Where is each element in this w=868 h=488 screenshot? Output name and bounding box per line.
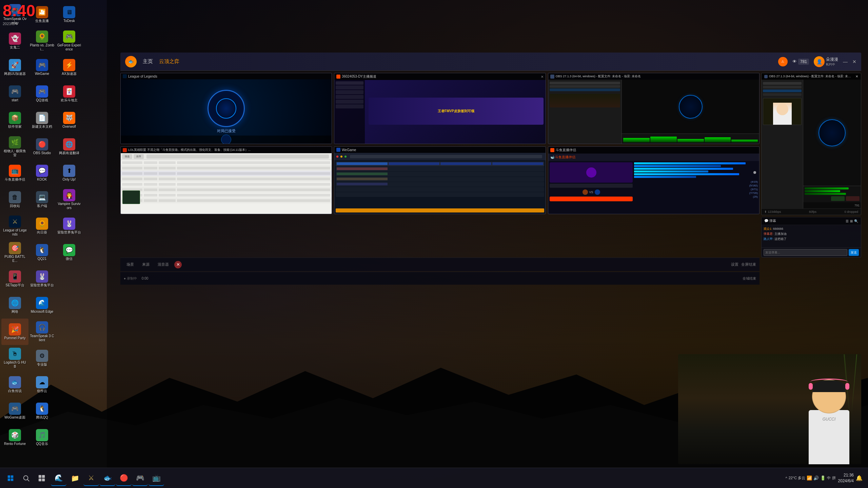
taskview-obs-window[interactable]: OBS 27.1.3 (64-bit, windows) - 配置文件: 未命名…: [548, 73, 760, 144]
obs-close-btn[interactable]: ✕: [855, 75, 858, 78]
notification-button[interactable]: 🔔: [856, 475, 863, 481]
taskbar-edge[interactable]: 🌊: [51, 470, 66, 486]
desktop-icon-software-manager[interactable]: 📦 软件管家: [1, 107, 28, 134]
obs-start-btn[interactable]: [831, 196, 845, 201]
taskbar-wegame[interactable]: 🎮: [132, 470, 148, 486]
chat-list-icon[interactable]: ☰: [846, 219, 849, 223]
desktop-icon-qq[interactable]: 🐧 腾讯QQ: [28, 398, 56, 424]
start-button[interactable]: [3, 470, 18, 486]
stream-ctrl-close[interactable]: ✕: [174, 261, 182, 268]
stream-button[interactable]: [550, 197, 633, 201]
minimize-button[interactable]: —: [843, 59, 848, 64]
close-button[interactable]: ✕: [852, 59, 856, 64]
taskbar-streaming[interactable]: 📺: [149, 470, 164, 486]
stream-ctrl-settings[interactable]: 设置: [731, 262, 738, 267]
stream-ctrl-exit[interactable]: 全屏结束: [741, 262, 756, 267]
desktop-icon-vampire[interactable]: 🧛 Vampire Survivors: [56, 186, 83, 213]
taskbar-search[interactable]: [18, 470, 34, 486]
game-card: [550, 162, 633, 183]
desktop-icon-lol[interactable]: ⚔ League of Legends: [1, 213, 28, 239]
chat-input[interactable]: [764, 249, 847, 256]
desktop-icon-netease-translate[interactable]: 🌐 网易有道翻译: [56, 134, 83, 160]
desktop-icon-todesk[interactable]: 🖥 ToDesk: [56, 1, 83, 28]
obs-stop-btn[interactable]: [846, 196, 860, 201]
desktop-icon-wechat[interactable]: 💬 微信: [56, 239, 83, 266]
lol-confirm-btn[interactable]: [221, 135, 231, 144]
user-avatar[interactable]: 👤 朵漫漫 私约中: [814, 56, 838, 67]
taskbar-douyu[interactable]: 🐟: [100, 470, 115, 486]
desktop-icon-happyfight[interactable]: 🃏 欢乐斗地主: [56, 81, 83, 107]
desktop-icon-wogame[interactable]: 🎮 WoGame桌面: [1, 398, 28, 424]
svg-rect-10: [39, 478, 41, 481]
tray-sound[interactable]: 🔊: [813, 475, 819, 481]
taskview-guide-window[interactable]: LOL英雄联盟 不屈之翎「斗鱼竞技场」模式的出装、强化符文、装备、技能 (14.…: [120, 146, 332, 214]
chat-search-icon[interactable]: 🔍: [854, 219, 858, 223]
desktop-icon-uu-accelerator[interactable]: 🚀 网易UU加速器: [1, 54, 28, 81]
desktop-icon-qqmusic[interactable]: 🎵 QQ音乐: [28, 424, 56, 451]
desktop-icon-qqgame[interactable]: 🎮 QQ游戏: [28, 81, 56, 107]
taskview-lol-window[interactable]: League of Legends 对局已接受: [120, 73, 332, 144]
taskbar-clock[interactable]: 21:36 2024/6/4: [838, 472, 854, 484]
desktop-icon-ts3[interactable]: 🎧 TeamSpeak 3 Client: [28, 319, 56, 345]
nav-home[interactable]: 主页: [143, 58, 153, 65]
desktop-icon-obs[interactable]: 🔴 OBS Studio: [28, 134, 56, 160]
desktop-icon-sunflower[interactable]: 🌻 向日葵: [28, 213, 56, 239]
desktop-icon-pubg[interactable]: 🎯 PUBG BATTLE...: [1, 239, 28, 266]
stream-ctrl-scenes[interactable]: 场景: [124, 261, 137, 268]
desktop-icon-client[interactable]: 💻 客户端: [28, 186, 56, 213]
desktop-icon-kook[interactable]: 💬 KOOK: [28, 160, 56, 186]
tray-expand[interactable]: ^: [785, 476, 787, 480]
douyu-close-icon[interactable]: ✕: [541, 75, 544, 79]
desktop-icon-plants-torpedo[interactable]: 🌿 植物人: 极限鱼雷: [1, 134, 28, 160]
desktop-icon-qq21[interactable]: 🐧 QQ21: [28, 239, 56, 266]
desktop-icon-onlyup[interactable]: ⬆ Only Up!: [56, 160, 83, 186]
desktop-icon-overwolf[interactable]: 🐺 Overwolf: [56, 107, 83, 134]
streaming-right: (4/15) (5/182) (3/71) (7/720) (25): [634, 162, 758, 212]
desktop-icon-recycle-bin[interactable]: 🗑 回收站: [1, 186, 28, 213]
tray-network[interactable]: 📶: [807, 475, 812, 481]
desktop-icon-pro-edition[interactable]: ⚙ 专业版: [28, 345, 56, 371]
tray-battery[interactable]: 🔋: [820, 475, 826, 481]
desktop-icon-logitech[interactable]: 🖱 Logitech G HUB: [1, 345, 28, 371]
desktop-icon-pummel-party[interactable]: 🎉 Pummel Party: [1, 319, 28, 345]
chat-send-button[interactable]: 发送: [849, 249, 859, 256]
desktop-icon-ax[interactable]: ⚡ AX加速器: [56, 54, 83, 81]
desktop-icon-steam[interactable]: 🎮 start: [1, 81, 28, 107]
taskview-wegame-window[interactable]: WeGame: [334, 146, 546, 214]
obs-numbers: 791: [803, 202, 861, 208]
desktop-icon-setapp[interactable]: 📱 SETapp平台: [1, 266, 28, 292]
nav-tft[interactable]: 云顶之弈: [159, 58, 179, 65]
desktop-icon-edge[interactable]: 🌊 Microsoft Edge: [28, 292, 56, 319]
taskbar-lol[interactable]: ⚔: [83, 470, 99, 486]
taskview-streaming-window[interactable]: 斗鱼直播伴侣 🐋 斗鱼直播伴侣: [548, 146, 760, 214]
desktop-icon-geforce[interactable]: 🎮 GeForce Experience: [56, 28, 83, 54]
taskbar-explorer[interactable]: 📁: [67, 470, 83, 486]
douyu-logo[interactable]: 🐟: [125, 56, 137, 67]
streaming-logo: 🐋 斗鱼直播伴侣: [550, 155, 576, 160]
alert-icon[interactable]: ⚠: [778, 57, 788, 66]
chat-grid-icon[interactable]: ⊞: [850, 219, 853, 223]
desktop-icon-wegame[interactable]: 🎮 WeGame: [28, 54, 56, 81]
desktop-icon-adventure2[interactable]: 🐰 冒险世界兔平台: [56, 213, 83, 239]
tray-pinyin[interactable]: 拼: [832, 475, 836, 481]
desktop-icon-pvz[interactable]: 🌻 Plants vs. Zombi...: [28, 28, 56, 54]
desktop-icon-creative-cloud[interactable]: ☁ 创作云: [28, 371, 56, 398]
streaming-left: VS: [550, 162, 633, 212]
task-view-button[interactable]: [34, 470, 50, 486]
tray-input[interactable]: 中: [827, 475, 831, 481]
desktop-icon-douyu-companion[interactable]: 📺 斗鱼直播伴侣: [1, 160, 28, 186]
desktop-icon-baiyulegend[interactable]: 🐟 白鱼传说: [1, 371, 28, 398]
desktop-icon-textfile[interactable]: 📄 新建文本文档: [28, 107, 56, 134]
desktop-icon-adventure-world[interactable]: 🐰 冒险世界兔平台: [28, 266, 56, 292]
desktop-icon-girl-ghost[interactable]: 👻 女鬼二: [1, 28, 28, 54]
obs-webcam-person: [773, 103, 792, 125]
taskview-douyu-window[interactable]: 36024053-DY主播频道 ✕ 王者FMVP皮肤签到可领: [334, 73, 546, 144]
desktop-icon-network[interactable]: 🌐 网络: [1, 292, 28, 319]
taskbar-obs[interactable]: 🔴: [116, 470, 132, 486]
stream-ctrl-sources[interactable]: 来源: [139, 261, 152, 268]
desktop-icon-rento[interactable]: 🎲 Rento Fortune: [1, 424, 28, 451]
bottom-right-section: GUCCI: [678, 354, 861, 464]
taskview-row-2: LOL英雄联盟 不屈之翎「斗鱼竞技场」模式的出装、强化符文、装备、技能 (14.…: [120, 146, 760, 214]
stream-ctrl-mixer[interactable]: 混音器: [155, 261, 172, 268]
stream-status-end[interactable]: 全域结束: [743, 276, 756, 281]
